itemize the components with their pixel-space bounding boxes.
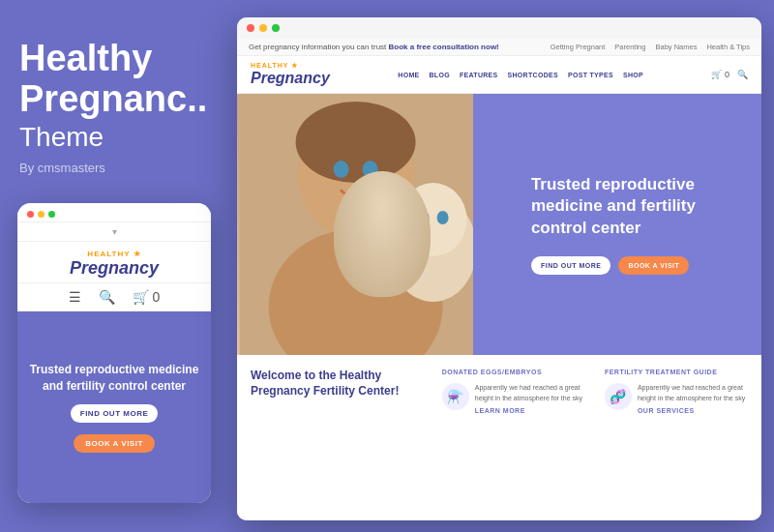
title-line1: Healthy: [19, 38, 152, 78]
nav-shortcodes[interactable]: SHORTCODES: [508, 72, 558, 78]
mobile-dot-red: [27, 211, 34, 218]
announce-link-3[interactable]: Baby Names: [655, 43, 697, 51]
find-out-button[interactable]: FIND OUT MORE: [531, 256, 611, 275]
info-col-2-text: Apparently we had reached a great height…: [638, 383, 748, 403]
site-hero: Trusted reproductive medicine and fertil…: [237, 94, 761, 355]
dna-icon: 🧬: [605, 383, 632, 410]
cart-icon[interactable]: 🛒 0: [711, 70, 729, 79]
mobile-hero: Trusted reproductive medicine and fertil…: [17, 311, 211, 503]
mobile-dot-yellow: [38, 211, 45, 218]
mobile-find-button[interactable]: FIND OUT MORE: [71, 404, 159, 423]
announce-link-4[interactable]: Health & Tips: [706, 43, 750, 51]
mobile-hero-text: Trusted reproductive medicine and fertil…: [29, 362, 199, 395]
hero-heading: Trusted reproductive medicine and fertil…: [531, 174, 742, 238]
mobile-chevron-area: ▾: [17, 222, 211, 242]
desktop-dot-yellow: [259, 24, 267, 32]
hamburger-icon[interactable]: ☰: [69, 289, 81, 305]
nav-logo-healthy: HEALTHY ★: [251, 62, 330, 70]
desktop-dot-green: [272, 24, 280, 32]
nav-logo-pregnancy: Pregnancy: [251, 70, 330, 87]
desktop-dot-red: [247, 24, 254, 32]
site-nav: HEALTHY ★ Pregnancy HOME BLOG FEATURES S…: [237, 56, 761, 94]
nav-icons: 🛒 0 🔍: [711, 70, 748, 79]
flask-icon: ⚗️: [442, 383, 469, 410]
nav-shop[interactable]: SHOP: [623, 72, 643, 78]
mobile-mockup: ▾ HEALTHY ★ Pregnancy ☰ 🔍 🛒 0 Trusted re…: [17, 203, 211, 503]
left-by: By cmsmasters: [19, 161, 223, 175]
search-icon[interactable]: 🔍: [99, 289, 115, 305]
nav-links: HOME BLOG FEATURES SHORTCODES POST TYPES…: [398, 72, 643, 78]
info-left: Welcome to the Healthy Pregnancy Fertili…: [251, 369, 423, 507]
desktop-site: Get pregnancy information you can trust …: [237, 39, 761, 520]
info-col-1-header: DONATED EGGS/EMBRYOS: [442, 369, 585, 375]
announce-link-2[interactable]: Parenting: [614, 43, 645, 51]
svg-point-5: [296, 102, 416, 183]
hero-buttons: FIND OUT MORE BOOK A VISIT: [531, 256, 689, 275]
svg-point-9: [437, 211, 449, 224]
left-panel: Healthy Pregnanc.. Theme By cmsmasters: [19, 39, 223, 175]
mobile-dot-green: [48, 211, 55, 218]
info-col-2: FERTILITY TREATMENT GUIDE 🧬 Apparently w…: [605, 369, 748, 507]
svg-point-7: [363, 161, 378, 178]
book-visit-button[interactable]: BOOK A VISIT: [618, 256, 689, 275]
svg-point-6: [334, 161, 349, 178]
our-services-link[interactable]: OUR SERVICES: [638, 407, 748, 414]
svg-point-4: [400, 183, 467, 256]
search-icon[interactable]: 🔍: [737, 70, 748, 79]
title-line2: Pregnanc..: [19, 78, 207, 119]
mobile-logo-healthy: HEALTHY ★: [87, 250, 140, 258]
nav-features[interactable]: FEATURES: [460, 72, 498, 78]
nav-home[interactable]: HOME: [398, 72, 419, 78]
announce-link-1[interactable]: Getting Pregnant: [551, 43, 606, 51]
info-col-1-text: Apparently we had reached a great height…: [475, 383, 585, 403]
nav-logo: HEALTHY ★ Pregnancy: [251, 62, 330, 87]
info-left-title: Welcome to the Healthy Pregnancy Fertili…: [251, 369, 423, 399]
info-col-1: DONATED EGGS/EMBRYOS ⚗️ Apparently we ha…: [442, 369, 585, 507]
chevron-down-icon: ▾: [112, 226, 117, 237]
mobile-book-button[interactable]: BOOK A VISIT: [74, 434, 155, 453]
info-col-2-content: 🧬 Apparently we had reached a great heig…: [605, 383, 748, 414]
hero-right-panel: Trusted reproductive medicine and fertil…: [473, 94, 761, 355]
desktop-top-bar: [237, 17, 761, 39]
mobile-nav-icons: ☰ 🔍 🛒 0: [17, 283, 211, 311]
mobile-logo-pregnancy: Pregnancy: [70, 258, 159, 279]
info-col-1-content: ⚗️ Apparently we had reached a great hei…: [442, 383, 585, 414]
site-announce-bar: Get pregnancy information you can trust …: [237, 39, 761, 56]
nav-blog[interactable]: BLOG: [430, 72, 450, 78]
desktop-mockup: Get pregnancy information you can trust …: [237, 17, 761, 520]
cart-icon[interactable]: 🛒 0: [133, 289, 161, 305]
announce-links: Getting Pregnant Parenting Baby Names He…: [551, 43, 750, 51]
site-info-section: Welcome to the Healthy Pregnancy Fertili…: [237, 355, 761, 520]
svg-point-8: [418, 211, 430, 224]
announce-text: Get pregnancy information you can trust …: [249, 43, 499, 51]
mobile-top-bar: [17, 203, 211, 222]
announce-link[interactable]: Book a free consultation now!: [389, 43, 499, 51]
info-col-2-header: FERTILITY TREATMENT GUIDE: [605, 369, 748, 375]
mobile-logo-area: HEALTHY ★ Pregnancy: [17, 242, 211, 283]
left-subtitle: Theme: [19, 122, 223, 153]
learn-more-link[interactable]: LEARN MORE: [475, 407, 585, 414]
left-title: Healthy Pregnanc..: [19, 39, 223, 120]
nav-post-types[interactable]: POST TYPES: [568, 72, 613, 78]
